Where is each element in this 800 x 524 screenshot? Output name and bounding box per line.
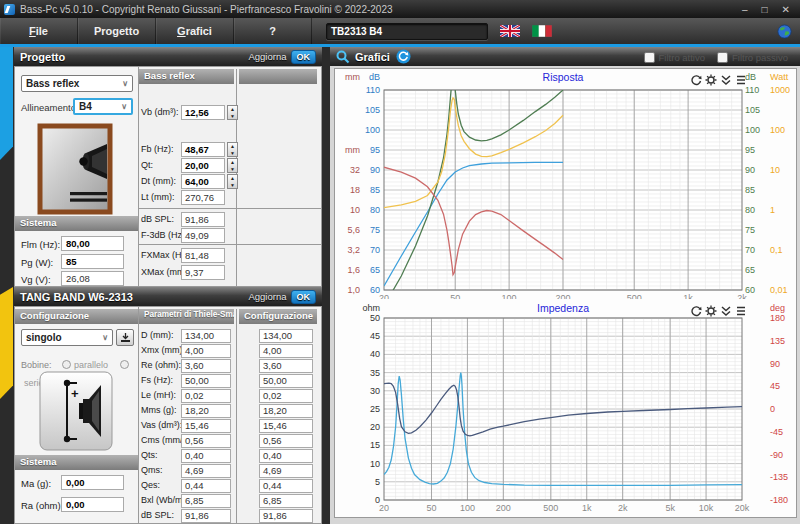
config-value-input[interactable]: 18,20 (259, 404, 313, 418)
config-value-input[interactable]: 0,40 (259, 449, 313, 463)
tick-label: 180 (770, 313, 785, 323)
param-label: Qt: (141, 160, 153, 170)
ts-value-input[interactable]: 50,00 (181, 374, 231, 388)
tick-label: 45 (770, 381, 780, 391)
ra-input[interactable]: 0,00 (61, 497, 124, 512)
collapse-icon[interactable] (720, 303, 732, 315)
ts-value-input[interactable]: 15,46 (181, 419, 231, 433)
menu-icon[interactable] (735, 303, 747, 315)
flm-input[interactable]: 80,00 (61, 236, 124, 251)
axis-header: Watt (770, 72, 789, 82)
ts-value-input[interactable]: 134,00 (181, 329, 231, 343)
param-input: 49,09 (181, 228, 225, 243)
configurazione-header: Configurazione (15, 309, 138, 324)
spinner-control[interactable]: ▲▼ (227, 105, 238, 120)
ts-row: Qts:0,400,40 (139, 449, 321, 464)
config-value-input[interactable]: 6,85 (259, 494, 313, 508)
param-input[interactable]: 48,67 (181, 142, 225, 157)
tick-label: 100 (365, 125, 380, 135)
globe-icon[interactable] (777, 24, 792, 39)
config-value-input[interactable]: 134,00 (259, 329, 313, 343)
filtro-attivo-checkbox[interactable] (644, 52, 655, 63)
enclosure-type-select[interactable]: Bass reflex∨ (21, 75, 133, 92)
config-value-input[interactable]: 0,44 (259, 479, 313, 493)
ts-value-input[interactable]: 3,60 (181, 359, 231, 373)
uk-flag-icon[interactable] (500, 25, 520, 37)
config-value-input[interactable]: 0,56 (259, 434, 313, 448)
refresh-icon[interactable] (690, 72, 702, 84)
risposta-toolbar (690, 72, 747, 84)
ts-value-input[interactable]: 91,86 (181, 509, 231, 523)
config-value-input[interactable]: 3,60 (259, 359, 313, 373)
refresh-charts-icon[interactable] (396, 49, 411, 64)
minimize-button[interactable]: – (742, 4, 748, 15)
ts-row: Fs (Hz):50,0050,00 (139, 374, 321, 389)
ts-value-input[interactable]: 0,44 (181, 479, 231, 493)
gear-icon[interactable] (705, 303, 717, 315)
collapse-icon[interactable] (720, 72, 732, 84)
driver-load-button[interactable] (116, 329, 134, 346)
menu-grafici[interactable]: Grafici (156, 18, 234, 44)
menu-icon[interactable] (735, 72, 747, 84)
title-bar: Bass-Pc v5.0.10 - Copyright Renato Giuss… (0, 0, 800, 18)
param-input[interactable]: 20,00 (181, 158, 225, 173)
radio-parallelo[interactable] (62, 360, 71, 369)
spinner-control[interactable]: ▲▼ (227, 142, 238, 157)
ts-value-input[interactable]: 0,40 (181, 449, 231, 463)
menu-help[interactable]: ? (234, 18, 312, 44)
spinner-control[interactable]: ▲▼ (227, 158, 238, 173)
grafici-title: Grafici (355, 51, 390, 63)
refresh-icon[interactable] (690, 303, 702, 315)
project-name-input[interactable]: TB2313 B4 (326, 23, 488, 40)
close-button[interactable]: ✕ (782, 4, 790, 15)
ts-value-input[interactable]: 0,56 (181, 434, 231, 448)
tick-label: 110 (366, 85, 380, 95)
pg-input[interactable]: 85 (61, 254, 124, 269)
tick-label: 35 (370, 368, 380, 378)
ts-label: Re (ohm): (141, 360, 181, 370)
param-row: XMax (mm):9,37 (139, 265, 321, 281)
allineamento-select[interactable]: B4∨ (73, 98, 133, 115)
ma-input[interactable]: 0,00 (61, 475, 124, 490)
ts-value-input[interactable]: 6,85 (181, 494, 231, 508)
italy-flag-icon[interactable] (532, 25, 552, 37)
config-value-input[interactable]: 15,46 (259, 419, 313, 433)
param-input: 91,86 (181, 212, 225, 227)
config-value-input[interactable]: 4,00 (259, 344, 313, 358)
maximize-button[interactable]: □ (762, 4, 768, 15)
driver-ok-button[interactable]: OK (291, 290, 317, 304)
tick-label: 90 (745, 165, 755, 175)
ts-value-input[interactable]: 4,69 (181, 464, 231, 478)
ts-value-input[interactable]: 0,02 (181, 389, 231, 403)
config-value-input[interactable]: 0,02 (259, 389, 313, 403)
param-input[interactable]: 12,56 (181, 105, 225, 120)
ts-value-input[interactable]: 4,00 (181, 344, 231, 358)
spinner-control[interactable]: ▲▼ (227, 174, 238, 189)
param-input[interactable]: 64,00 (181, 174, 225, 189)
tick-label: 65 (370, 265, 380, 275)
ts-row: Mms (g):18,2018,20 (139, 404, 321, 419)
x-tick-label: 50 (426, 503, 436, 513)
aggiorna-label: Aggiorna (248, 291, 286, 302)
config-select[interactable]: singolo∨ (21, 329, 113, 346)
tick-label: 85 (370, 185, 380, 195)
config-value-input[interactable]: 4,69 (259, 464, 313, 478)
config-value-input[interactable]: 50,00 (259, 374, 313, 388)
tick-label: 1,6 (347, 265, 360, 275)
filtro-passivo-checkbox[interactable] (717, 52, 728, 63)
ts-value-input[interactable]: 18,20 (181, 404, 231, 418)
radio-serie[interactable] (120, 360, 129, 369)
app-icon (4, 4, 15, 15)
tick-label: 95 (370, 145, 380, 155)
progetto-ok-button[interactable]: OK (291, 50, 317, 64)
param-row: dB SPL:91,86 (139, 212, 321, 228)
chart-title: Risposta (463, 71, 663, 83)
config-value-input[interactable]: 91,86 (259, 509, 313, 523)
filtro-attivo-option: Filtro attivo (644, 51, 705, 63)
menu-progetto[interactable]: Progetto (78, 18, 156, 44)
gear-icon[interactable] (705, 72, 717, 84)
tick-label: 15 (370, 440, 380, 450)
grafici-header: Grafici Filtro attivo Filtro passivo (330, 47, 800, 66)
progetto-left-column: Bass reflex∨ Allineamento: B4∨ Sistema F… (15, 67, 139, 286)
menu-file[interactable]: File (0, 18, 78, 44)
